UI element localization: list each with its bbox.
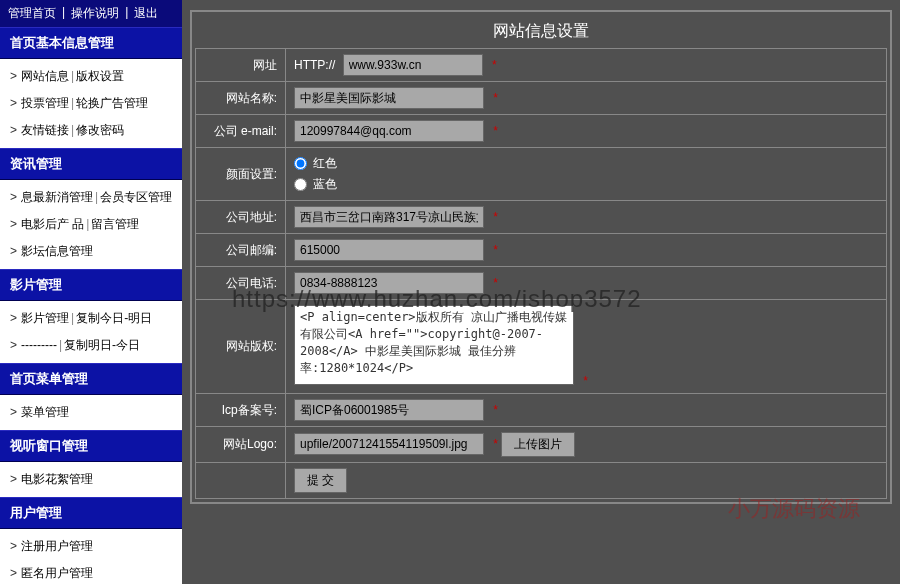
sidebar-item-label[interactable]: 投票管理 xyxy=(21,96,69,110)
name-input[interactable] xyxy=(294,87,484,109)
theme-blue-label: 蓝色 xyxy=(313,176,337,193)
sidebar-item-label[interactable]: 复制明日-今日 xyxy=(64,338,140,352)
sidebar-item-label[interactable]: 注册用户管理 xyxy=(21,539,93,553)
section-header[interactable]: 首页基本信息管理 xyxy=(0,27,182,59)
arrow-icon: > xyxy=(10,96,17,110)
icp-input[interactable] xyxy=(294,399,484,421)
arrow-icon: > xyxy=(10,217,17,231)
sidebar-item-label[interactable]: 影坛信息管理 xyxy=(21,244,93,258)
divider: | xyxy=(59,338,62,352)
sidebar-item[interactable]: >电影花絮管理 xyxy=(0,466,182,493)
theme-red-label: 红色 xyxy=(313,155,337,172)
sidebar-item-label[interactable]: --------- xyxy=(21,338,57,352)
divider: | xyxy=(71,311,74,325)
required-mark: * xyxy=(493,437,498,451)
name-label: 网站名称: xyxy=(196,82,286,115)
form-table: 网址 HTTP:// * 网站名称: * 公司 e-mail: xyxy=(195,48,887,499)
section-body: >菜单管理 xyxy=(0,395,182,430)
required-mark: * xyxy=(583,374,588,388)
email-label: 公司 e-mail: xyxy=(196,115,286,148)
section-header[interactable]: 首页菜单管理 xyxy=(0,363,182,395)
sidebar-item-label[interactable]: 版权设置 xyxy=(76,69,124,83)
logo-label: 网站Logo: xyxy=(196,427,286,463)
sidebar-item[interactable]: >电影后产 品|留言管理 xyxy=(0,211,182,238)
section-body: >电影花絮管理 xyxy=(0,462,182,497)
sidebar-item-label[interactable]: 留言管理 xyxy=(91,217,139,231)
sidebar-item-label[interactable]: 轮换广告管理 xyxy=(76,96,148,110)
section-body: >影片管理|复制今日-明日>---------|复制明日-今日 xyxy=(0,301,182,363)
submit-button[interactable]: 提 交 xyxy=(294,468,347,493)
section-header[interactable]: 视听窗口管理 xyxy=(0,430,182,462)
postal-label: 公司邮编: xyxy=(196,234,286,267)
settings-panel: 网站信息设置 网址 HTTP:// * 网站名称: * xyxy=(190,10,892,504)
arrow-icon: > xyxy=(10,405,17,419)
sidebar-item[interactable]: >投票管理|轮换广告管理 xyxy=(0,90,182,117)
nav-exit[interactable]: 退出 xyxy=(134,5,158,22)
phone-label: 公司电话: xyxy=(196,267,286,300)
phone-input[interactable] xyxy=(294,272,484,294)
sidebar-item[interactable]: >影片管理|复制今日-明日 xyxy=(0,305,182,332)
sidebar-item[interactable]: >菜单管理 xyxy=(0,399,182,426)
section-header[interactable]: 用户管理 xyxy=(0,497,182,529)
sidebar-item-label[interactable]: 息最新消管理 xyxy=(21,190,93,204)
panel-title: 网站信息设置 xyxy=(195,15,887,48)
required-mark: * xyxy=(492,58,497,72)
arrow-icon: > xyxy=(10,338,17,352)
sidebar-item-label[interactable]: 友情链接 xyxy=(21,123,69,137)
theme-red-radio[interactable] xyxy=(294,157,307,170)
copyright-textarea[interactable]: <P align=center>版权所有 凉山广播电视传媒有限公司<A href… xyxy=(294,305,574,385)
url-input[interactable] xyxy=(343,54,483,76)
url-label: 网址 xyxy=(196,49,286,82)
sidebar-item-label[interactable]: 影片管理 xyxy=(21,311,69,325)
sidebar-item[interactable]: >---------|复制明日-今日 xyxy=(0,332,182,359)
required-mark: * xyxy=(493,124,498,138)
required-mark: * xyxy=(493,276,498,290)
arrow-icon: > xyxy=(10,539,17,553)
address-input[interactable] xyxy=(294,206,484,228)
sidebar-item-label[interactable]: 匿名用户管理 xyxy=(21,566,93,580)
nav-help[interactable]: 操作说明 xyxy=(71,5,119,22)
nav-sep: | xyxy=(125,5,128,22)
sidebar-item[interactable]: >友情链接|修改密码 xyxy=(0,117,182,144)
logo-input[interactable] xyxy=(294,433,484,455)
postal-input[interactable] xyxy=(294,239,484,261)
arrow-icon: > xyxy=(10,472,17,486)
sidebar-item[interactable]: >息最新消管理|会员专区管理 xyxy=(0,184,182,211)
upload-button[interactable]: 上传图片 xyxy=(501,432,575,457)
arrow-icon: > xyxy=(10,190,17,204)
divider: | xyxy=(71,96,74,110)
arrow-icon: > xyxy=(10,123,17,137)
nav-home[interactable]: 管理首页 xyxy=(8,5,56,22)
sidebar-item[interactable]: >网站信息|版权设置 xyxy=(0,63,182,90)
sidebar-item-label[interactable]: 菜单管理 xyxy=(21,405,69,419)
sidebar: 管理首页 | 操作说明 | 退出 首页基本信息管理>网站信息|版权设置>投票管理… xyxy=(0,0,182,584)
icp-label: Icp备案号: xyxy=(196,394,286,427)
required-mark: * xyxy=(493,243,498,257)
sidebar-item-label[interactable]: 电影花絮管理 xyxy=(21,472,93,486)
sidebar-item-label[interactable]: 修改密码 xyxy=(76,123,124,137)
address-label: 公司地址: xyxy=(196,201,286,234)
sidebar-item-label[interactable]: 复制今日-明日 xyxy=(76,311,152,325)
sidebar-item[interactable]: >注册用户管理 xyxy=(0,533,182,560)
section-header[interactable]: 资讯管理 xyxy=(0,148,182,180)
required-mark: * xyxy=(493,210,498,224)
theme-label: 颜面设置: xyxy=(196,148,286,201)
divider: | xyxy=(71,69,74,83)
sidebar-item[interactable]: >匿名用户管理 xyxy=(0,560,182,584)
http-prefix: HTTP:// xyxy=(294,58,335,72)
section-body: >注册用户管理>匿名用户管理>后台用户管理>修改会员注册协议 xyxy=(0,529,182,584)
theme-blue-radio[interactable] xyxy=(294,178,307,191)
sidebar-item-label[interactable]: 会员专区管理 xyxy=(100,190,172,204)
section-header[interactable]: 影片管理 xyxy=(0,269,182,301)
section-body: >网站信息|版权设置>投票管理|轮换广告管理>友情链接|修改密码 xyxy=(0,59,182,148)
nav-sep: | xyxy=(62,5,65,22)
required-mark: * xyxy=(493,403,498,417)
top-nav: 管理首页 | 操作说明 | 退出 xyxy=(0,0,182,27)
sidebar-item-label[interactable]: 电影后产 品 xyxy=(21,217,84,231)
email-input[interactable] xyxy=(294,120,484,142)
copyright-label: 网站版权: xyxy=(196,300,286,394)
arrow-icon: > xyxy=(10,244,17,258)
arrow-icon: > xyxy=(10,311,17,325)
sidebar-item[interactable]: >影坛信息管理 xyxy=(0,238,182,265)
sidebar-item-label[interactable]: 网站信息 xyxy=(21,69,69,83)
